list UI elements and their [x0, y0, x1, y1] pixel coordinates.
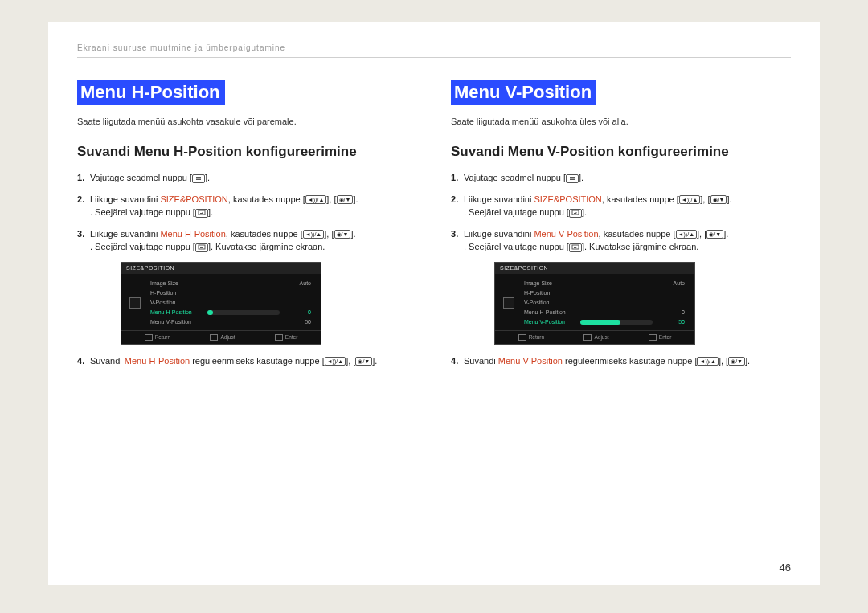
step-2: Liikuge suvandini SIZE&POSITION, kasutad… — [451, 193, 791, 219]
keyword-size-position: SIZE&POSITION — [534, 194, 601, 204]
vol-up-icon: ◄))/▲ — [325, 357, 346, 366]
chapter-title: Ekraani suuruse muutmine ja ümberpaiguta… — [77, 43, 791, 52]
vol-up-icon: ◄))/▲ — [679, 195, 700, 204]
vol-down-icon: ◉/▼ — [337, 195, 354, 204]
section-heading-h: Menu H-Position — [77, 80, 225, 105]
manual-page: Ekraani suuruse muutmine ja ümberpaiguta… — [48, 22, 820, 585]
divider — [77, 57, 791, 58]
vol-down-icon: ◉/▼ — [710, 195, 727, 204]
enter-icon — [195, 209, 208, 218]
osd-screenshot-left: SIZE&POSITIONImage SizeAutoH-PositionV-P… — [121, 262, 321, 345]
vol-down-icon: ◉/▼ — [334, 230, 351, 239]
enter-icon — [195, 243, 208, 252]
menu-icon — [192, 174, 205, 183]
left-column: Menu H-Position Saate liigutada menüü as… — [77, 80, 417, 375]
step-3: Liikuge suvandini Menu H-Position, kasut… — [77, 227, 417, 345]
step-2: Liikuge suvandini SIZE&POSITION, kasutad… — [77, 193, 417, 219]
keyword-menu-h: Menu H-Position — [125, 356, 190, 366]
two-column-layout: Menu H-Position Saate liigutada menüü as… — [77, 80, 791, 375]
vol-down-icon: ◉/▼ — [728, 357, 745, 366]
steps-list: Vajutage seadmel nuppu []. Liikuge suvan… — [77, 171, 417, 367]
vol-down-icon: ◉/▼ — [355, 357, 372, 366]
menu-icon — [566, 174, 579, 183]
keyword-menu-v: Menu V-Position — [498, 356, 563, 366]
vol-up-icon: ◄))/▲ — [676, 230, 697, 239]
intro-text: Saate liigutada menüü asukohta üles või … — [451, 116, 791, 126]
vol-up-icon: ◄))/▲ — [303, 230, 324, 239]
steps-list: Vajutage seadmel nuppu []. Liikuge suvan… — [451, 171, 791, 367]
page-number: 46 — [780, 562, 791, 574]
subheading: Suvandi Menu V-Position konfigureerimine — [451, 144, 791, 160]
vol-down-icon: ◉/▼ — [706, 230, 723, 239]
step-1: Vajutage seadmel nuppu []. — [451, 171, 791, 185]
step-3: Liikuge suvandini Menu V-Position, kasut… — [451, 227, 791, 345]
step-4: Suvandi Menu V-Position reguleerimiseks … — [451, 354, 791, 368]
step-1: Vajutage seadmel nuppu []. — [77, 171, 417, 185]
right-column: Menu V-Position Saate liigutada menüü as… — [451, 80, 791, 375]
keyword-menu-v: Menu V-Position — [534, 229, 598, 239]
svg-rect-5 — [199, 245, 205, 249]
keyword-size-position: SIZE&POSITION — [160, 194, 227, 204]
svg-rect-9 — [572, 210, 579, 215]
svg-rect-10 — [572, 245, 579, 249]
vol-up-icon: ◄))/▲ — [697, 357, 718, 366]
enter-icon — [569, 209, 582, 218]
step-4: Suvandi Menu H-Position reguleerimiseks … — [77, 354, 417, 368]
vol-up-icon: ◄))/▲ — [305, 195, 326, 204]
osd-screenshot-right: SIZE&POSITIONImage SizeAutoH-PositionV-P… — [494, 262, 695, 345]
keyword-menu-h: Menu H-Position — [160, 229, 225, 239]
section-heading-v: Menu V-Position — [451, 80, 596, 105]
svg-rect-4 — [199, 210, 205, 215]
enter-icon — [569, 243, 582, 252]
intro-text: Saate liigutada menüü asukohta vasakule … — [77, 116, 417, 126]
subheading: Suvandi Menu H-Position konfigureerimine — [77, 144, 417, 160]
